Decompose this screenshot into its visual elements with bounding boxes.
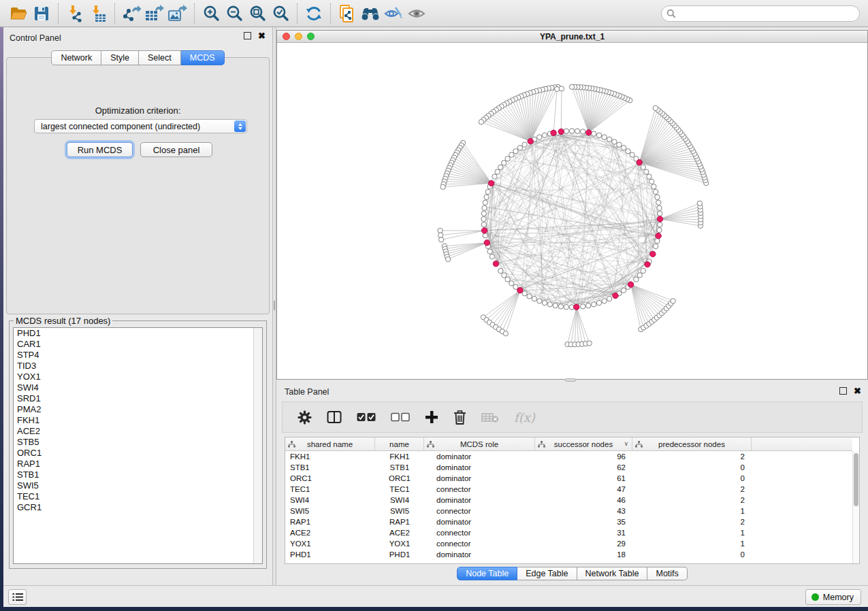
tab-motifs[interactable]: Motifs	[647, 567, 687, 580]
new-network-from-selection-icon[interactable]	[336, 3, 359, 24]
graph-node[interactable]	[495, 169, 500, 174]
horizontal-splitter-grip[interactable]	[565, 378, 576, 382]
graph-node[interactable]	[569, 84, 574, 89]
show-network-overview-icon[interactable]	[359, 3, 382, 24]
graph-node[interactable]	[505, 156, 510, 161]
table-cell[interactable]: YOX1	[285, 538, 375, 549]
table-row[interactable]: STB1STB1dominator620	[285, 462, 852, 473]
table-cell[interactable]: 1	[632, 506, 752, 516]
graph-node[interactable]	[602, 299, 607, 303]
run-mcds-button[interactable]: Run MCDS	[67, 142, 133, 157]
zoom-in-icon[interactable]	[199, 3, 223, 24]
mcds-result-item[interactable]: RAP1	[14, 459, 262, 469]
column-header-successor-nodes[interactable]: successor nodes∨	[535, 437, 632, 450]
table-cell[interactable]: STB1	[285, 462, 375, 473]
open-file-icon[interactable]	[7, 3, 30, 24]
graph-node[interactable]	[637, 160, 642, 165]
graph-node[interactable]	[513, 149, 518, 154]
task-history-button[interactable]	[8, 589, 27, 605]
graph-node[interactable]	[644, 169, 649, 174]
graph-node[interactable]	[653, 105, 658, 110]
graph-node[interactable]	[569, 129, 574, 133]
table-cell[interactable]: dominator	[424, 549, 535, 560]
zoom-fit-content-icon[interactable]	[246, 3, 269, 24]
graph-node[interactable]	[630, 152, 634, 157]
graph-node[interactable]	[542, 133, 547, 137]
table-cell[interactable]: 46	[535, 495, 632, 506]
table-cell[interactable]: 96	[535, 451, 632, 462]
graph-node[interactable]	[509, 281, 514, 286]
graph-node[interactable]	[517, 146, 522, 150]
table-cell[interactable]: STB1	[375, 462, 424, 473]
table-cell[interactable]: 18	[535, 549, 632, 560]
graph-node[interactable]	[517, 288, 523, 293]
show-columns-icon[interactable]	[327, 410, 342, 424]
table-cell[interactable]: PHD1	[285, 549, 375, 560]
table-cell[interactable]: TEC1	[375, 484, 424, 495]
table-scrollbar-thumb[interactable]	[854, 453, 858, 506]
table-cell[interactable]: ORC1	[285, 473, 375, 484]
table-cell[interactable]: dominator	[424, 451, 535, 462]
save-session-icon[interactable]	[30, 3, 53, 24]
table-row[interactable]: RAP1RAP1dominator352	[285, 516, 852, 527]
graph-node[interactable]	[656, 200, 660, 205]
close-panel-icon[interactable]: ✖	[258, 32, 266, 39]
show-all-icon[interactable]	[405, 3, 428, 24]
graph-node[interactable]	[596, 300, 601, 305]
graph-node[interactable]	[527, 294, 532, 299]
graph-node[interactable]	[481, 216, 486, 221]
graph-node[interactable]	[489, 254, 494, 259]
graph-node[interactable]	[586, 303, 591, 308]
export-network-icon[interactable]	[120, 3, 143, 24]
graph-node[interactable]	[558, 304, 563, 309]
graph-node[interactable]	[438, 233, 443, 237]
delete-table-icon[interactable]	[481, 412, 499, 423]
graph-node[interactable]	[485, 189, 490, 194]
graph-node[interactable]	[645, 261, 650, 267]
graph-node[interactable]	[658, 222, 662, 227]
mcds-result-item[interactable]: SWI5	[14, 480, 262, 491]
mcds-result-item[interactable]: PHD1	[14, 328, 262, 339]
graph-node[interactable]	[483, 233, 487, 238]
graph-node[interactable]	[481, 211, 486, 216]
graph-node[interactable]	[481, 228, 487, 233]
graph-node[interactable]	[445, 257, 450, 261]
graph-node[interactable]	[607, 137, 611, 142]
table-cell[interactable]: 2	[632, 484, 752, 495]
table-cell[interactable]: dominator	[424, 473, 535, 484]
table-cell[interactable]: FKH1	[375, 451, 424, 462]
apply-preferred-layout-icon[interactable]	[302, 3, 325, 24]
graph-node[interactable]	[537, 135, 542, 139]
graph-node[interactable]	[596, 133, 601, 137]
export-image-icon[interactable]	[166, 3, 189, 24]
table-row[interactable]: TEC1TEC1connector472	[285, 484, 852, 495]
table-cell[interactable]: connector	[424, 527, 535, 538]
graph-node[interactable]	[498, 268, 503, 273]
graph-node[interactable]	[656, 233, 661, 238]
float-panel-icon[interactable]	[244, 32, 251, 39]
table-cell[interactable]: 29	[535, 538, 632, 549]
mcds-result-item[interactable]: SWI4	[14, 382, 262, 393]
table-cell[interactable]: connector	[424, 506, 535, 516]
graph-node[interactable]	[650, 251, 656, 257]
table-cell[interactable]: SWI4	[375, 495, 424, 506]
splitter-grip[interactable]	[274, 301, 275, 310]
graph-node[interactable]	[575, 129, 579, 133]
table-row[interactable]: FKH1FKH1dominator962	[285, 451, 852, 462]
table-cell[interactable]: 1	[632, 538, 752, 549]
graph-node[interactable]	[547, 302, 552, 307]
graph-node[interactable]	[484, 195, 489, 199]
table-cell[interactable]: 2	[632, 451, 752, 462]
column-header-name[interactable]: name	[375, 437, 424, 450]
hide-selected-icon[interactable]	[382, 3, 405, 24]
mcds-result-item[interactable]: STB5	[14, 437, 262, 448]
graph-node[interactable]	[653, 189, 658, 194]
graph-node[interactable]	[522, 142, 527, 147]
table-cell[interactable]: 2	[632, 495, 752, 506]
mcds-result-item[interactable]: TEC1	[14, 491, 262, 502]
graph-node[interactable]	[612, 139, 617, 144]
delete-columns-icon[interactable]	[453, 410, 466, 425]
graph-node[interactable]	[505, 277, 510, 282]
table-row[interactable]: SWI5SWI5connector431	[285, 506, 852, 516]
table-cell[interactable]: RAP1	[375, 516, 424, 527]
